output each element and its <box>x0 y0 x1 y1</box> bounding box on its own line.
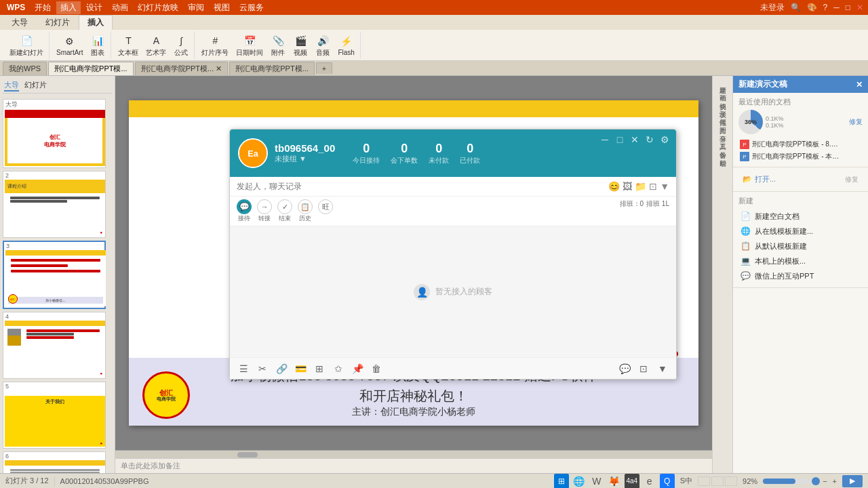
menu-view[interactable]: 视图 <box>210 1 234 14</box>
file-tab-plus[interactable]: + <box>316 62 332 74</box>
skin-icon[interactable]: 🎨 <box>805 2 819 13</box>
file-tab-wps[interactable]: 我的WPS <box>3 62 47 75</box>
arttext-btn[interactable]: A 艺术字 <box>143 32 169 59</box>
rip-backup[interactable]: 备份 <box>715 144 730 149</box>
video-btn[interactable]: 🎬 视频 <box>290 32 311 59</box>
file-tab-ppt1[interactable]: 刑汇电商学院PPT模... <box>48 62 134 75</box>
restore-icon[interactable]: □ <box>844 2 852 13</box>
slide-thumb-2[interactable]: 2 课程介绍 ● <box>3 171 106 238</box>
menu-cloud[interactable]: 云服务 <box>235 1 268 14</box>
chat-tool-wallet[interactable]: 💳 <box>292 361 309 377</box>
flash-btn[interactable]: ⚡ Flash <box>335 33 357 58</box>
file-tab-ppt3[interactable]: 刑汇电商学院PPT模... <box>229 62 315 75</box>
taskbar-4a4-icon[interactable]: 4a4 <box>625 474 639 489</box>
rip-prop[interactable]: 属性 <box>715 111 730 117</box>
file-tab-ppt2[interactable]: 刑汇电商学院PPT模... ✕ <box>135 62 229 75</box>
minimize-icon[interactable]: ─ <box>831 2 842 13</box>
close-icon[interactable]: ✕ <box>854 2 865 13</box>
reading-view-btn[interactable] <box>711 476 724 486</box>
chat-minimize-icon[interactable]: ─ <box>599 134 611 146</box>
chat-file-icon[interactable]: 📁 <box>635 181 646 192</box>
chart-btn[interactable]: 📊 图表 <box>87 32 108 59</box>
tab-home[interactable]: 大导 <box>3 15 37 30</box>
chat-transfer-btn[interactable]: → 转接 <box>257 199 272 223</box>
taskbar-ie2-icon[interactable]: e <box>642 474 657 489</box>
datetime-btn[interactable]: 📅 日期时间 <box>233 32 266 59</box>
menu-insert[interactable]: 插入 <box>56 1 81 14</box>
normal-view-btn[interactable] <box>698 476 710 486</box>
fr-item-blank[interactable]: 📄 新建空白文档 <box>738 209 863 224</box>
slide-thumb-5[interactable]: 5 关于我们 ● <box>3 382 106 449</box>
audio-btn[interactable]: 🔊 音频 <box>313 32 333 59</box>
h-scrollbar[interactable] <box>115 450 712 458</box>
play-btn[interactable]: ▶ <box>842 475 863 487</box>
fr-item-default[interactable]: 📋 从默认模板新建 <box>738 239 863 253</box>
chat-wangwang-btn[interactable]: 旺 <box>318 199 333 223</box>
rip-new[interactable]: 新建 <box>715 79 730 84</box>
menu-review[interactable]: 审阅 <box>184 1 208 14</box>
chat-emoji-icon[interactable]: 😊 <box>608 181 620 192</box>
chat-end-btn[interactable]: ✓ 结束 <box>277 199 292 223</box>
slide-thumb-3[interactable]: 3 加小杨微信... 创汇 <box>3 241 106 309</box>
fr-upgrade-btn[interactable]: 修复 <box>849 117 863 127</box>
chat-tool-r1[interactable]: 💬 <box>616 361 633 377</box>
rip-trans[interactable]: 切换 <box>715 95 730 100</box>
chat-tool-pin[interactable]: 📌 <box>349 361 366 377</box>
chat-tool-r3[interactable]: ▼ <box>654 361 671 377</box>
rip-shape[interactable]: 形状 <box>715 103 730 108</box>
textbox-btn[interactable]: T 文本框 <box>115 32 141 59</box>
attachment-btn[interactable]: 📎 附件 <box>268 32 288 59</box>
help-icon[interactable]: ? <box>821 2 830 13</box>
taskbar-qq-icon[interactable]: Q <box>660 474 675 489</box>
chat-tool-copy[interactable]: ⊞ <box>311 361 328 377</box>
rip-help[interactable]: 帮助 <box>715 152 730 157</box>
fr-item-wechat[interactable]: 💬 微信上的互动PPT <box>738 268 863 283</box>
chat-image-icon[interactable]: 🖼 <box>623 181 632 192</box>
menu-home[interactable]: 开始 <box>31 1 55 14</box>
smartart-btn[interactable]: ⚙ SmartArt <box>54 33 85 58</box>
slide-thumb-1[interactable]: 大导 创汇电商学院 <box>3 99 106 168</box>
panel-tab-slides[interactable]: 大导 <box>4 80 19 92</box>
chat-search-input[interactable] <box>237 182 604 191</box>
rip-img[interactable]: 图片 <box>715 119 730 125</box>
chat-restore-icon[interactable]: □ <box>614 134 626 146</box>
formula-btn[interactable]: ∫ 公式 <box>171 32 191 59</box>
taskbar-ie-icon[interactable]: 🌐 <box>572 474 587 489</box>
menu-design[interactable]: 设计 <box>82 1 106 14</box>
rip-tools[interactable]: 工具 <box>715 136 730 141</box>
slide-thumb-6[interactable]: 6 ● <box>3 451 106 473</box>
rip-anim[interactable]: 动画 <box>715 87 730 92</box>
new-slide-btn[interactable]: 📄 新建幻灯片 <box>7 32 46 59</box>
menu-animation[interactable]: 动画 <box>108 1 132 14</box>
fr-open-btn[interactable]: 📂 打开... 修复 <box>738 171 863 187</box>
chat-settings-icon[interactable]: ⚙ <box>658 134 671 146</box>
chat-close-icon[interactable]: ✕ <box>629 134 641 146</box>
chat-expand-icon[interactable]: ⊡ <box>649 181 657 192</box>
tab-slides[interactable]: 幻灯片 <box>37 15 79 30</box>
slide-thumb-4[interactable]: 4 ● <box>3 312 106 379</box>
chat-tool-link[interactable]: 🔗 <box>273 361 290 377</box>
slidenum-btn[interactable]: # 灯片序号 <box>199 32 231 59</box>
chat-tool-star[interactable]: ✩ <box>330 361 347 377</box>
account-btn[interactable]: 未登录 <box>758 1 787 14</box>
zoom-out-icon[interactable]: − <box>823 477 827 485</box>
panel-tab-outline[interactable]: 幻灯片 <box>24 80 47 92</box>
chat-refresh-icon[interactable]: ↻ <box>644 134 656 146</box>
chat-more-icon[interactable]: ▼ <box>660 181 669 192</box>
recent-file-2[interactable]: P 刑汇电商学院PPT模板 - 本.ppt <box>738 150 863 163</box>
fr-close-icon[interactable]: ✕ <box>856 80 863 89</box>
notes-area[interactable]: 单击此处添加备注 <box>115 458 712 473</box>
recent-file-1[interactable]: P 刑汇电商学院PPT模板 - 8.ppt <box>738 138 863 150</box>
menu-slideshow[interactable]: 幻灯片放映 <box>134 1 182 14</box>
chat-history-btn[interactable]: 📋 历史 <box>298 199 313 223</box>
rip-share[interactable]: 分享 <box>715 127 730 133</box>
chat-tool-crop[interactable]: ✂ <box>254 361 271 377</box>
chat-tool-r2[interactable]: ⊡ <box>635 361 652 377</box>
chat-tool-list[interactable]: ☰ <box>235 361 252 377</box>
zoom-in-icon[interactable]: + <box>833 477 837 485</box>
windows-start-btn[interactable]: ⊞ <box>554 474 569 489</box>
chat-reception-btn[interactable]: 💬 接待 <box>237 199 252 223</box>
tab-insert[interactable]: 插入 <box>79 15 113 30</box>
zoom-slider[interactable] <box>763 479 817 484</box>
taskbar-browser-icon[interactable]: 🦊 <box>607 474 622 489</box>
